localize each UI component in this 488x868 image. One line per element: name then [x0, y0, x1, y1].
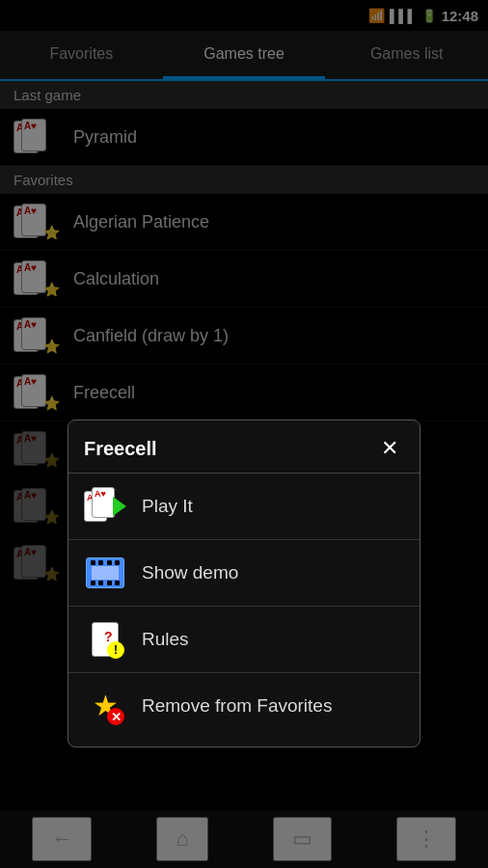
show-demo-icon [84, 554, 126, 592]
rules-icon: ? ! [84, 620, 126, 659]
context-menu-dialog: Freecell ✕ A♠ A♥ Play It [68, 420, 420, 747]
remove-favorites-icon: ★ ✕ [84, 687, 126, 725]
dialog-header: Freecell ✕ [68, 420, 420, 474]
dialog-item-play-it[interactable]: A♠ A♥ Play It [68, 474, 420, 540]
dialog-title: Freecell [84, 438, 157, 460]
dialog-close-button[interactable]: ✕ [375, 434, 404, 463]
dialog-item-rules[interactable]: ? ! Rules [68, 607, 420, 673]
dialog-item-show-demo[interactable]: Show demo [68, 540, 420, 607]
play-it-icon: A♠ A♥ [84, 487, 126, 526]
dialog-item-remove-fav[interactable]: ★ ✕ Remove from Favorites [68, 673, 420, 739]
